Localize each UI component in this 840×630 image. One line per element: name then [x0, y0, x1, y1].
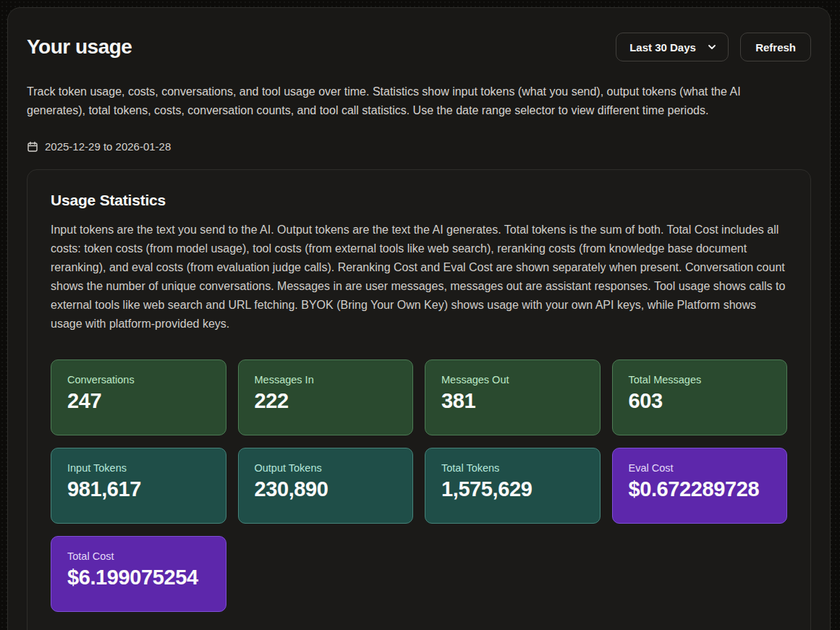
stat-card: Total Cost $6.199075254 [51, 536, 226, 612]
page-description: Track token usage, costs, conversations,… [27, 82, 795, 120]
stat-card: Eval Cost $0.672289728 [612, 448, 788, 524]
stat-label: Eval Cost [629, 462, 771, 474]
usage-statistics-description: Input tokens are the text you send to th… [51, 221, 787, 333]
usage-page-card: Your usage Last 30 Days Refresh Track to… [7, 7, 831, 630]
stat-label: Total Tokens [441, 462, 584, 474]
stat-value: $0.672289728 [629, 477, 771, 501]
date-range-text: 2025-12-29 to 2026-01-28 [45, 140, 171, 153]
stat-card: Total Messages 603 [612, 359, 788, 435]
stat-card: Input Tokens 981,617 [51, 448, 226, 524]
stat-value: 222 [255, 389, 397, 413]
stat-value: 247 [67, 389, 210, 413]
stat-card: Total Tokens 1,575,629 [425, 448, 601, 524]
refresh-button[interactable]: Refresh [740, 33, 811, 61]
stat-value: 981,617 [67, 477, 210, 501]
stat-value: 603 [629, 389, 771, 413]
calendar-icon [27, 141, 38, 153]
stat-label: Input Tokens [67, 462, 210, 474]
header-controls: Last 30 Days Refresh [616, 33, 811, 61]
stat-label: Messages In [255, 374, 397, 386]
stat-label: Output Tokens [255, 462, 397, 474]
stat-card: Messages In 222 [238, 359, 414, 435]
stat-value: 1,575,629 [441, 477, 584, 501]
stat-card: Conversations 247 [51, 359, 226, 435]
stat-label: Conversations [67, 374, 210, 386]
stat-value: 381 [441, 389, 584, 413]
usage-statistics-heading: Usage Statistics [51, 192, 787, 209]
page-title: Your usage [27, 35, 132, 59]
date-range-select[interactable]: Last 30 Days [616, 33, 729, 61]
usage-statistics-card: Usage Statistics Input tokens are the te… [27, 169, 811, 630]
stat-value: 230,890 [255, 477, 397, 501]
stat-label: Messages Out [441, 374, 584, 386]
stats-grid: Conversations 247 Messages In 222 Messag… [51, 359, 787, 612]
page-header: Your usage Last 30 Days Refresh [27, 33, 811, 61]
stat-label: Total Messages [629, 374, 771, 386]
stat-label: Total Cost [67, 550, 210, 562]
stat-card: Messages Out 381 [425, 359, 601, 435]
date-range-select-wrap: Last 30 Days [616, 33, 729, 61]
date-range-row: 2025-12-29 to 2026-01-28 [27, 140, 811, 153]
stat-value: $6.199075254 [67, 566, 210, 589]
stat-card: Output Tokens 230,890 [238, 448, 414, 524]
